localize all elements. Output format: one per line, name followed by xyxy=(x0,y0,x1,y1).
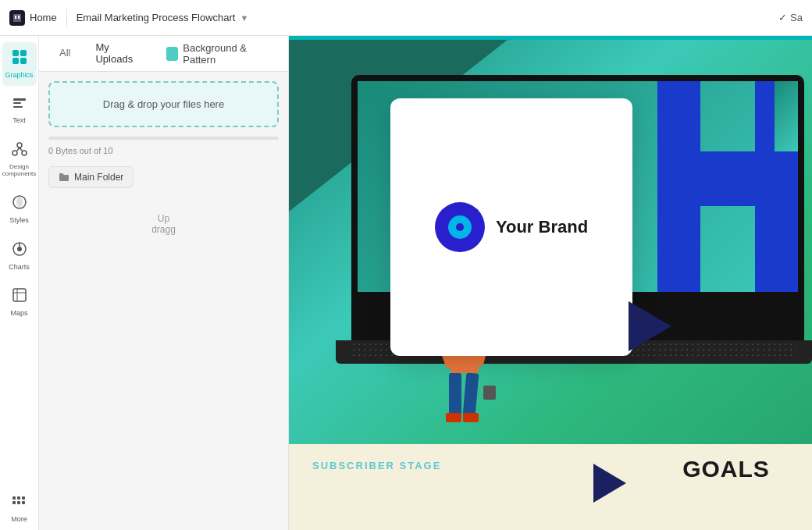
svg-line-11 xyxy=(20,148,22,151)
svg-point-14 xyxy=(17,247,22,251)
svg-point-8 xyxy=(12,151,17,155)
dropdown-chevron[interactable]: ▼ xyxy=(240,13,248,23)
brand-logo-circle xyxy=(435,202,485,252)
topbar-divider xyxy=(66,9,67,27)
cursor-arrow-icon xyxy=(629,301,671,351)
sidebar-label-charts: Charts xyxy=(9,263,30,272)
goals-label: GOALS xyxy=(640,456,812,482)
h-blocks xyxy=(657,81,798,292)
svg-point-9 xyxy=(22,151,27,155)
drop-zone[interactable]: Drag & drop your files here xyxy=(48,81,279,127)
canvas-arrow xyxy=(593,464,626,503)
sidebar-item-text[interactable]: Text xyxy=(2,89,37,131)
svg-rect-6 xyxy=(13,106,23,108)
svg-rect-21 xyxy=(22,496,25,500)
maps-icon xyxy=(11,286,28,308)
svg-rect-0 xyxy=(12,50,19,56)
svg-rect-20 xyxy=(17,496,20,500)
charts-icon xyxy=(11,240,28,261)
styles-icon xyxy=(11,194,28,215)
svg-rect-2 xyxy=(12,58,19,64)
text-icon xyxy=(11,95,28,115)
project-title-area[interactable]: Email Marketing Process Flowchart ▼ xyxy=(77,12,249,23)
sidebar: Graphics Text De xyxy=(0,36,39,530)
folder-icon xyxy=(59,172,69,183)
canvas-top-border xyxy=(289,36,812,40)
tab-my-uploads[interactable]: My Uploads xyxy=(84,36,153,74)
main-layout: Graphics Text De xyxy=(0,36,812,530)
brand-logo-dot xyxy=(456,223,464,231)
svg-rect-23 xyxy=(17,501,20,504)
sidebar-label-design: Designcomponents xyxy=(2,163,37,178)
svg-rect-22 xyxy=(12,501,16,504)
svg-rect-16 xyxy=(13,289,26,301)
home-label: Home xyxy=(30,12,57,23)
project-title: Email Marketing Process Flowchart xyxy=(77,12,236,23)
sidebar-label-graphics: Graphics xyxy=(5,71,34,80)
sidebar-item-more[interactable]: More xyxy=(2,486,37,530)
storage-bar-bg xyxy=(48,137,279,140)
folder-button[interactable]: Main Folder xyxy=(48,166,134,188)
sidebar-label-text: Text xyxy=(12,116,26,125)
tab-bar: All My Uploads Background & Pattern xyxy=(39,36,288,72)
svg-rect-24 xyxy=(22,501,25,504)
graphics-icon xyxy=(11,48,28,69)
panel: All My Uploads Background & Pattern Drag… xyxy=(39,36,289,530)
storage-text: 0 Bytes out of 10 xyxy=(48,146,113,155)
folder-label: Main Folder xyxy=(74,172,123,183)
svg-rect-19 xyxy=(12,496,16,500)
save-status: ✓ Sa xyxy=(778,12,803,23)
sidebar-label-styles: Styles xyxy=(9,216,29,225)
brand-row: Your Brand xyxy=(435,202,588,252)
svg-rect-5 xyxy=(13,102,21,104)
tab-bg-pattern[interactable]: Background & Pattern xyxy=(157,37,279,70)
panel-content: Drag & drop your files here 0 Bytes out … xyxy=(39,72,288,530)
svg-point-7 xyxy=(17,143,22,148)
brand-logo-inner xyxy=(448,215,472,239)
sidebar-label-maps: Maps xyxy=(10,309,27,318)
subscriber-label: SUBSCRIBER STAGE xyxy=(312,460,441,473)
canvas-area[interactable]: SUBSCRIBER STAGE GOALS Your Brand xyxy=(289,36,812,530)
brand-name: Your Brand xyxy=(496,217,588,237)
upload-hint: Updragg xyxy=(48,197,279,251)
sidebar-label-more: More xyxy=(11,515,27,524)
svg-rect-4 xyxy=(13,98,26,101)
sidebar-item-graphics[interactable]: Graphics xyxy=(2,42,37,86)
home-button[interactable]: Home xyxy=(9,10,57,26)
storage-bar-container: 0 Bytes out of 10 xyxy=(48,137,279,157)
design-components-icon xyxy=(11,141,28,162)
brand-popup[interactable]: Your Brand xyxy=(390,98,632,356)
drop-zone-text: Drag & drop your files here xyxy=(103,98,224,110)
svg-rect-3 xyxy=(20,58,27,64)
sidebar-item-maps[interactable]: Maps xyxy=(2,280,37,324)
more-icon xyxy=(11,493,28,514)
bg-pattern-color-swatch xyxy=(166,47,179,61)
bg-pattern-label: Background & Pattern xyxy=(183,42,269,66)
home-icon xyxy=(9,10,25,26)
sidebar-item-charts[interactable]: Charts xyxy=(2,234,37,278)
sidebar-item-design-components[interactable]: Designcomponents xyxy=(2,134,37,184)
upload-hint-text: Updragg xyxy=(151,213,176,235)
sidebar-item-styles[interactable]: Styles xyxy=(2,187,37,231)
topbar: Home Email Marketing Process Flowchart ▼… xyxy=(0,0,812,36)
bottom-strip: SUBSCRIBER STAGE GOALS xyxy=(289,444,812,530)
tab-all[interactable]: All xyxy=(48,39,81,68)
svg-rect-1 xyxy=(20,50,27,56)
